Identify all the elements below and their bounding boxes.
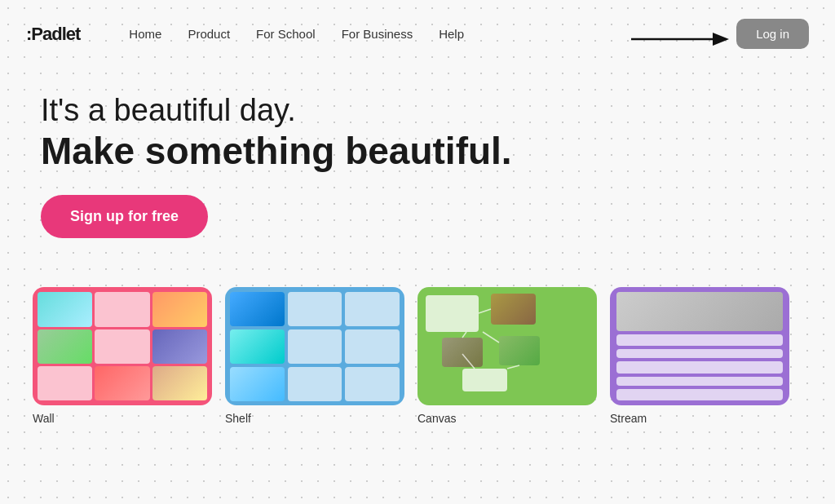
canvas-node-3 <box>442 338 483 367</box>
canvas-node-2 <box>491 294 536 325</box>
nav-for-school[interactable]: For School <box>256 27 316 41</box>
stream-tile-4 <box>616 361 783 374</box>
wall-tile-5 <box>95 329 149 364</box>
shelf-row-3 <box>230 367 400 401</box>
wall-tile-3 <box>152 292 207 326</box>
nav-home[interactable]: Home <box>129 27 161 41</box>
wall-tile-7 <box>38 366 92 400</box>
card-wrapper-stream: Stream <box>610 287 789 425</box>
svg-line-6 <box>507 365 519 369</box>
canvas-node-1 <box>426 295 479 332</box>
card-shelf[interactable] <box>225 287 404 405</box>
card-wrapper-shelf: Shelf <box>225 287 404 425</box>
svg-marker-1 <box>713 33 729 46</box>
signup-button[interactable]: Sign up for free <box>41 195 208 238</box>
shelf-tile-3 <box>345 292 400 326</box>
hero-section: It's a beautiful day. Make something bea… <box>0 68 835 254</box>
nav-product[interactable]: Product <box>188 27 230 41</box>
wall-tile-9 <box>152 366 207 400</box>
shelf-tile-8 <box>288 367 342 401</box>
shelf-tile-9 <box>345 367 400 401</box>
card-label-wall: Wall <box>33 412 55 425</box>
nav-for-business[interactable]: For Business <box>342 27 413 41</box>
shelf-row-1 <box>230 292 400 326</box>
card-label-stream: Stream <box>610 412 647 425</box>
hero-subtitle: It's a beautiful day. <box>41 92 794 130</box>
wall-inner <box>33 287 212 405</box>
card-wall[interactable] <box>33 287 212 405</box>
shelf-tile-2 <box>288 292 342 326</box>
shelf-tile-5 <box>288 329 342 364</box>
canvas-node-5 <box>462 369 507 391</box>
wall-tile-2 <box>95 292 149 326</box>
wall-tile-6 <box>152 329 207 364</box>
arrow-annotation <box>631 23 729 55</box>
wall-tile-4 <box>38 329 92 364</box>
shelf-inner <box>225 287 404 405</box>
stream-inner <box>610 287 789 405</box>
stream-tile-6 <box>616 389 783 401</box>
nav-help[interactable]: Help <box>439 27 464 41</box>
stream-tile-3 <box>616 349 783 358</box>
card-wrapper-wall: Wall <box>33 287 212 425</box>
hero-title: Make something beautiful. <box>41 130 794 173</box>
card-label-shelf: Shelf <box>225 412 251 425</box>
shelf-row-2 <box>230 329 400 364</box>
logo[interactable]: :Padlet <box>26 24 80 45</box>
shelf-tile-6 <box>345 329 400 364</box>
canvas-inner <box>418 287 597 405</box>
shelf-tile-7 <box>230 367 285 401</box>
svg-line-2 <box>479 309 491 313</box>
wall-tile-8 <box>95 366 149 400</box>
stream-tile-5 <box>616 377 783 386</box>
wall-tile-1 <box>38 292 92 326</box>
stream-tile-2 <box>616 334 783 347</box>
svg-line-3 <box>462 332 466 338</box>
card-canvas[interactable] <box>418 287 597 405</box>
card-stream[interactable] <box>610 287 789 405</box>
shelf-tile-4 <box>230 329 285 364</box>
svg-line-4 <box>483 332 499 343</box>
canvas-node-4 <box>499 336 540 365</box>
layout-cards: Wall Shel <box>0 263 835 433</box>
stream-tile-1 <box>616 292 783 330</box>
card-wrapper-canvas: Canvas <box>418 287 597 425</box>
shelf-tile-1 <box>230 292 285 326</box>
card-label-canvas: Canvas <box>418 412 456 425</box>
login-button[interactable]: Log in <box>736 19 809 49</box>
